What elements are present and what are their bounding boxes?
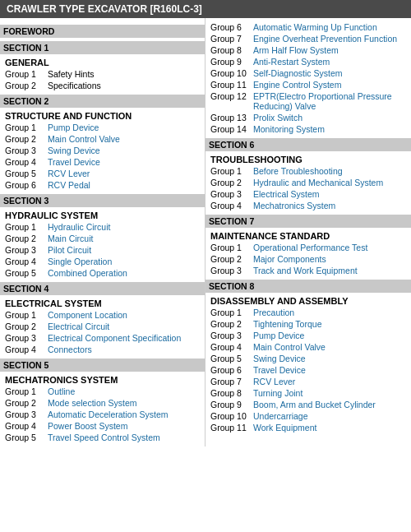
list-item: Group 2 Electrical Circuit (5, 321, 200, 332)
group-title[interactable]: Component Location (48, 310, 127, 320)
group-title[interactable]: Electrical System (253, 189, 320, 199)
group-title[interactable]: Turning Joint (253, 388, 302, 398)
group-label: Group 13 (210, 113, 253, 123)
group-label: Group 1 (210, 166, 253, 176)
group-title[interactable]: Electrical Component Specification (48, 333, 181, 343)
group-title[interactable]: RCV Pedal (48, 180, 90, 190)
group-title[interactable]: Engine Control System (253, 80, 341, 90)
right-column: Group 6 Automatic Warming Up Function Gr… (206, 18, 411, 446)
group-title[interactable]: Prolix Switch (253, 113, 302, 123)
group-label: Group 9 (210, 400, 253, 409)
list-item: Group 3 Electrical Component Specificati… (5, 332, 200, 344)
group-title[interactable]: Main Control Valve (48, 134, 120, 144)
group-label: Group 4 (5, 345, 48, 354)
group-title[interactable]: Main Circuit (48, 234, 93, 243)
list-item: Group 6 Travel Device (210, 364, 406, 376)
group-title: Safety Hints (48, 69, 95, 79)
group-title[interactable]: Single Operation (48, 257, 112, 266)
list-item: Group 1 Safety Hints (5, 68, 200, 80)
group-title[interactable]: Hydraulic and Mechanical System (253, 178, 383, 187)
list-item: Group 4 Power Boost System (5, 420, 200, 432)
list-item: Group 2 Specifications (5, 80, 200, 91)
list-item: Group 2 Hydraulic and Mechanical System (210, 177, 406, 188)
left-column: FOREWORDSECTION 1GENERAL Group 1 Safety … (0, 18, 206, 446)
group-label: Group 3 (210, 266, 253, 275)
group-title[interactable]: Travel Device (48, 157, 100, 167)
list-item: Group 1 Component Location (5, 309, 200, 321)
group-title[interactable]: Swing Device (48, 146, 100, 155)
subsection-header: HYDRAULIC SYSTEM (5, 209, 200, 221)
group-title[interactable]: Mode selection System (48, 398, 137, 408)
group-label: Group 7 (210, 377, 253, 386)
group-label: Group 6 (210, 365, 253, 375)
list-item: Group 1 Operational Performance Test (210, 242, 406, 253)
group-title[interactable]: Arm Half Flow System (253, 45, 339, 55)
list-item: Group 11 Work Equipment (210, 422, 406, 433)
group-title[interactable]: Automatic Deceleration System (48, 409, 168, 419)
group-title[interactable]: Before Troubleshooting (253, 166, 343, 176)
group-label: Group 6 (210, 22, 253, 32)
group-title[interactable]: Automatic Warming Up Function (253, 22, 377, 32)
group-title[interactable]: RCV Lever (253, 377, 295, 386)
section-header: SECTION 8 (206, 280, 411, 293)
group-title[interactable]: Electrical Circuit (48, 322, 109, 331)
subsection-header: DISASSEMBLY AND ASSEMBLY (210, 294, 406, 307)
group-title[interactable]: Tightening Torque (253, 319, 321, 329)
group-label: Group 5 (5, 169, 48, 178)
group-title[interactable]: Pump Device (48, 123, 99, 132)
group-label: Group 2 (210, 254, 253, 264)
group-title[interactable]: Combined Operation (48, 268, 127, 278)
list-item: Group 3 Track and Work Equipment (210, 265, 406, 276)
list-item: Group 8 Arm Half Flow System (210, 44, 406, 56)
group-title[interactable]: Travel Device (253, 365, 306, 375)
group-label: Group 12 (210, 91, 253, 111)
list-item: Group 11 Engine Control System (210, 79, 406, 90)
group-title[interactable]: Pump Device (253, 331, 304, 340)
list-item: Group 5 Travel Speed Control System (5, 432, 200, 443)
section-header: SECTION 1 (0, 41, 205, 54)
list-item: Group 12 EPTR(Electro Proportional Press… (210, 90, 406, 112)
group-label: Group 1 (5, 310, 48, 320)
group-title[interactable]: Track and Work Equipment (253, 266, 358, 275)
group-title[interactable]: Mechatronics System (253, 201, 335, 210)
subsection-header: MAINTENANCE STANDARD (210, 229, 406, 242)
group-title[interactable]: Anti-Restart System (253, 57, 330, 67)
section-header: SECTION 6 (206, 138, 411, 151)
list-item: Group 5 Combined Operation (5, 267, 200, 279)
group-label: Group 2 (5, 81, 48, 90)
group-title[interactable]: Monitoring System (253, 124, 325, 134)
group-label: Group 10 (210, 68, 253, 78)
list-item: Group 1 Pump Device (5, 122, 200, 133)
group-title[interactable]: RCV Lever (48, 169, 90, 178)
group-title[interactable]: Engine Overheat Prevention Function (253, 34, 397, 44)
list-item: Group 4 Connectors (5, 344, 200, 355)
list-item: Group 1 Precaution (210, 307, 406, 318)
group-title[interactable]: Outline (48, 386, 75, 396)
group-label: Group 3 (210, 331, 253, 340)
group-title[interactable]: Self-Diagnostic System (253, 68, 343, 78)
list-item: Group 10 Self-Diagnostic System (210, 67, 406, 79)
group-title[interactable]: Hydraulic Circuit (48, 222, 110, 232)
group-title[interactable]: Connectors (48, 345, 92, 354)
list-item: Group 4 Mechatronics System (210, 200, 406, 211)
list-item: Group 3 Electrical System (210, 188, 406, 200)
group-title[interactable]: Travel Speed Control System (48, 433, 160, 442)
group-title[interactable]: EPTR(Electro Proportional Pressure Reduc… (253, 91, 406, 111)
group-title[interactable]: Pilot Circuit (48, 245, 91, 255)
group-title[interactable]: Swing Device (253, 354, 306, 363)
group-label: Group 4 (210, 201, 253, 210)
group-title[interactable]: Work Equipment (253, 423, 316, 433)
group-title[interactable]: Boom, Arm and Bucket Cylinder (253, 400, 376, 409)
group-title[interactable]: Main Control Valve (253, 342, 326, 352)
group-title[interactable]: Precaution (253, 308, 294, 317)
group-title[interactable]: Power Boost System (48, 421, 127, 431)
group-title[interactable]: Operational Performance Test (253, 243, 367, 252)
group-label: Group 11 (210, 423, 253, 433)
list-item: Group 14 Monitoring System (210, 123, 406, 135)
list-item: Group 2 Main Control Valve (5, 133, 200, 145)
list-item: Group 1 Outline (5, 386, 200, 397)
group-title[interactable]: Undercarriage (253, 411, 308, 421)
group-label: Group 3 (5, 333, 48, 343)
list-item: Group 4 Travel Device (5, 156, 200, 168)
group-title[interactable]: Major Components (253, 254, 326, 264)
